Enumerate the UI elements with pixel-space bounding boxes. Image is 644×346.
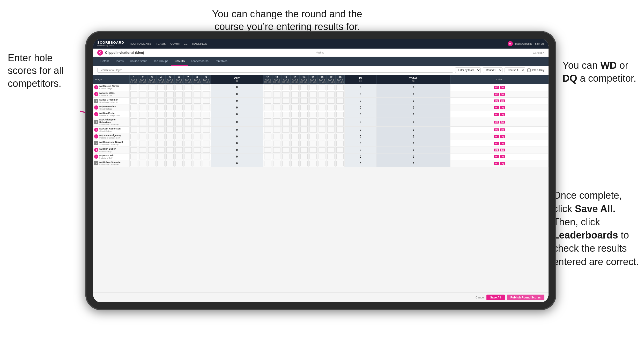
score-input-h2[interactable] [139,112,146,117]
score-input-h17[interactable] [327,112,335,117]
score-input-h7[interactable] [184,161,192,166]
score-input-h16[interactable] [319,118,326,126]
score-input-h2[interactable] [139,84,146,90]
score-input-h9[interactable] [203,112,210,117]
score-input-h7[interactable] [184,154,192,159]
score-input-h18[interactable] [336,127,344,133]
score-input-h16[interactable] [319,161,326,166]
score-input-h13[interactable] [291,154,299,159]
score-input-h8[interactable] [194,105,201,110]
score-input-h9[interactable] [203,154,210,159]
score-input-h16[interactable] [319,112,326,117]
score-input-h4[interactable] [157,147,165,153]
score-input-h7[interactable] [184,127,192,133]
score-input-h7[interactable] [184,134,192,139]
dq-button[interactable]: DQ [500,135,505,138]
score-input-h15[interactable] [309,91,317,97]
score-input-h7[interactable] [184,84,192,90]
score-input-h1[interactable] [130,91,138,97]
score-input-h16[interactable] [319,154,326,159]
score-input-h6[interactable] [175,141,183,146]
score-input-h6[interactable] [175,91,183,97]
score-input-h10[interactable] [264,147,271,153]
score-input-h8[interactable] [194,118,201,126]
score-input-h15[interactable] [309,127,317,133]
score-input-h5[interactable] [166,91,174,97]
score-input-h4[interactable] [157,105,165,110]
score-input-h6[interactable] [175,112,183,117]
score-input-h17[interactable] [327,141,335,146]
score-input-h12[interactable] [282,118,290,126]
score-input-h1[interactable] [130,141,138,146]
score-input-h9[interactable] [203,147,210,153]
score-input-h1[interactable] [130,98,138,104]
wd-button[interactable]: WD [494,162,499,165]
score-input-h10[interactable] [264,154,271,159]
score-input-h18[interactable] [336,105,344,110]
score-input-h17[interactable] [327,127,335,133]
sign-out-link[interactable]: Sign out [535,42,544,45]
save-all-button[interactable]: Save All [486,295,505,300]
score-input-h1[interactable] [130,147,138,153]
score-input-h18[interactable] [336,84,344,90]
score-input-h14[interactable] [300,91,308,97]
score-input-h3[interactable] [148,118,156,126]
filter-team-select[interactable]: Filter by team [455,67,481,73]
score-input-h4[interactable] [157,112,165,117]
score-input-h14[interactable] [300,127,308,133]
score-input-h4[interactable] [157,127,165,133]
score-input-h1[interactable] [130,127,138,133]
score-input-h1[interactable] [130,84,138,90]
score-input-h6[interactable] [175,147,183,153]
score-input-h15[interactable] [309,118,317,126]
score-input-h2[interactable] [139,105,146,110]
score-input-h15[interactable] [309,161,317,166]
score-input-h9[interactable] [203,118,210,126]
score-input-h12[interactable] [282,141,290,146]
score-input-h18[interactable] [336,154,344,159]
score-input-h7[interactable] [184,98,192,104]
score-input-h8[interactable] [194,127,201,133]
score-input-h6[interactable] [175,134,183,139]
score-input-h16[interactable] [319,105,326,110]
wd-button[interactable]: WD [494,99,499,102]
score-input-h9[interactable] [203,105,210,110]
score-input-h17[interactable] [327,98,335,104]
score-input-h12[interactable] [282,161,290,166]
dq-button[interactable]: DQ [500,142,505,145]
score-input-h13[interactable] [291,91,299,97]
wd-button[interactable]: WD [494,142,499,145]
wd-button[interactable]: WD [494,155,499,158]
score-input-h18[interactable] [336,141,344,146]
score-input-h4[interactable] [157,161,165,166]
score-input-h8[interactable] [194,112,201,117]
score-input-h14[interactable] [300,161,308,166]
tab-details[interactable]: Details [97,57,112,66]
score-input-h10[interactable] [264,98,271,104]
score-input-h3[interactable] [148,105,156,110]
score-input-h4[interactable] [157,141,165,146]
wd-button[interactable]: WD [494,106,499,109]
score-input-h2[interactable] [139,141,146,146]
score-input-h1[interactable] [130,118,138,126]
score-input-h14[interactable] [300,141,308,146]
publish-button[interactable]: Publish Round Scores [507,295,544,300]
score-input-h12[interactable] [282,105,290,110]
score-input-h10[interactable] [264,91,271,97]
score-input-h5[interactable] [166,112,174,117]
cancel-button-header[interactable]: Cancel X [533,51,544,54]
score-input-h16[interactable] [319,127,326,133]
score-input-h13[interactable] [291,118,299,126]
dq-button[interactable]: DQ [500,128,505,131]
dq-button[interactable]: DQ [500,86,505,89]
score-input-h13[interactable] [291,127,299,133]
score-input-h8[interactable] [194,98,201,104]
score-input-h8[interactable] [194,161,201,166]
search-input[interactable] [97,68,453,73]
score-input-h9[interactable] [203,84,210,90]
score-input-h15[interactable] [309,134,317,139]
score-input-h9[interactable] [203,127,210,133]
score-input-h1[interactable] [130,154,138,159]
score-input-h17[interactable] [327,161,335,166]
tab-teams[interactable]: Teams [112,57,127,66]
